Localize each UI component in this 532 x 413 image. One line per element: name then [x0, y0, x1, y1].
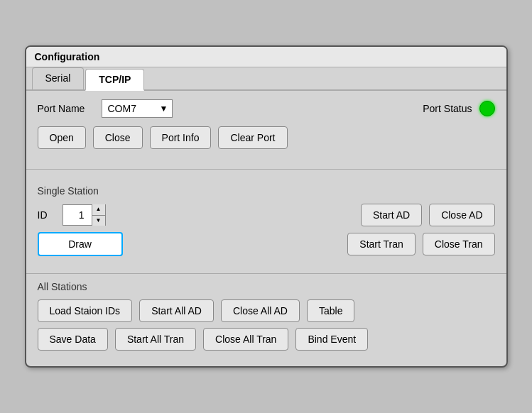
bind-event-button[interactable]: Bind Event [295, 328, 368, 351]
tab-serial[interactable]: Serial [32, 67, 85, 89]
title-text: Configuration [35, 51, 100, 62]
single-station-row1: ID 1 ▲ ▼ Start AD Close AD [38, 204, 495, 226]
close-ad-button[interactable]: Close AD [429, 204, 494, 226]
close-all-tran-button[interactable]: Close All Tran [203, 328, 288, 351]
port-info-button[interactable]: Port Info [150, 126, 212, 149]
single-station-row2: Draw Start Tran Close Tran [38, 232, 495, 256]
all-stations-label: All Stations [38, 281, 495, 292]
port-status-indicator [479, 101, 495, 116]
close-tran-button[interactable]: Close Tran [423, 233, 495, 255]
clear-port-button[interactable]: Clear Port [218, 126, 287, 149]
port-status-group: Port Status [423, 101, 494, 116]
port-row: Port Name COM7 COM1 COM2 COM3 COM4 COM5 … [38, 99, 495, 118]
tab-bar: Serial TCP/IP [26, 67, 506, 91]
all-stations-row1: Load Staion IDs Start All AD Close All A… [38, 299, 495, 322]
spinner-up-button[interactable]: ▲ [92, 204, 105, 216]
port-status-label: Port Status [423, 103, 472, 114]
start-all-ad-button[interactable]: Start All AD [139, 299, 214, 322]
single-station-section: Single Station ID 1 ▲ ▼ Start AD Close A… [26, 177, 506, 268]
close-all-ad-button[interactable]: Close All AD [221, 299, 300, 322]
divider-2 [26, 273, 506, 274]
port-button-row: Open Close Port Info Clear Port [38, 126, 495, 149]
port-name-select[interactable]: COM7 COM1 COM2 COM3 COM4 COM5 COM6 COM8 [102, 99, 173, 118]
all-stations-row2: Save Data Start All Tran Close All Tran … [38, 328, 495, 351]
title-bar: Configuration [26, 47, 506, 67]
spinner-down-button[interactable]: ▼ [92, 216, 105, 226]
id-spinner: 1 ▲ ▼ [63, 204, 106, 226]
spinner-buttons: ▲ ▼ [92, 204, 105, 226]
port-select-wrapper: COM7 COM1 COM2 COM3 COM4 COM5 COM6 COM8 … [102, 99, 173, 118]
start-ad-close-ad-row: Start AD Close AD [361, 204, 495, 226]
start-all-tran-button[interactable]: Start All Tran [115, 328, 196, 351]
divider-1 [26, 169, 506, 170]
open-button[interactable]: Open [38, 126, 86, 149]
start-ad-button[interactable]: Start AD [361, 204, 422, 226]
tab-tcpip[interactable]: TCP/IP [85, 69, 144, 91]
load-station-ids-button[interactable]: Load Staion IDs [38, 299, 133, 322]
id-value: 1 [63, 204, 92, 226]
single-station-label: Single Station [38, 185, 495, 197]
main-container: Configuration Serial TCP/IP Port Name CO… [25, 45, 508, 368]
start-tran-close-tran-row: Start Tran Close Tran [347, 233, 494, 255]
port-name-label: Port Name [38, 103, 87, 114]
save-data-button[interactable]: Save Data [38, 328, 108, 351]
port-section: Port Name COM7 COM1 COM2 COM3 COM4 COM5 … [26, 91, 506, 163]
table-button[interactable]: Table [307, 299, 354, 322]
all-stations-section: All Stations Load Staion IDs Start All A… [26, 281, 506, 351]
start-tran-button[interactable]: Start Tran [347, 233, 415, 255]
close-button[interactable]: Close [93, 126, 143, 149]
draw-button[interactable]: Draw [38, 232, 123, 256]
id-label: ID [38, 209, 55, 221]
